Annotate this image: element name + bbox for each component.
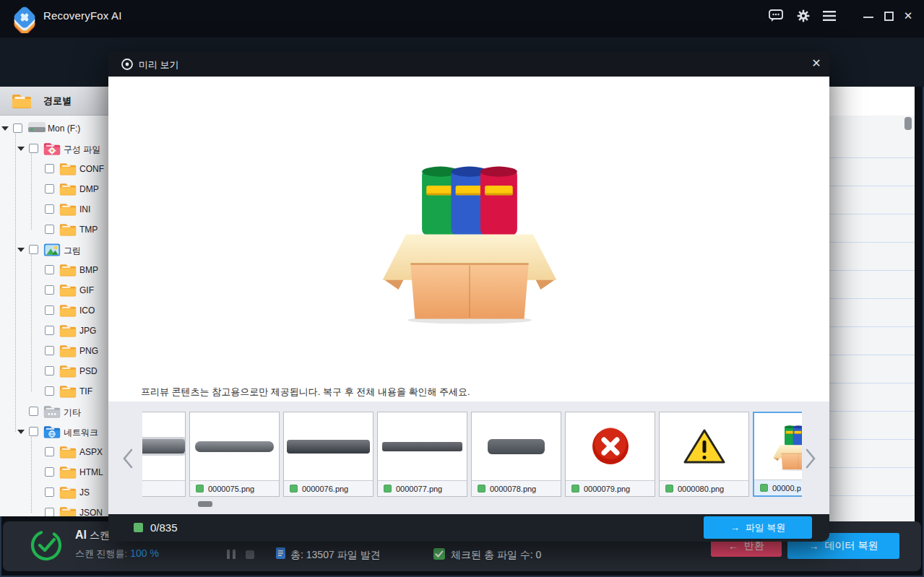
tree-checkbox[interactable]	[45, 487, 54, 497]
right-arrow-icon: →	[730, 522, 740, 533]
app-window: RecoveryFox AI	[0, 0, 924, 577]
close-icon[interactable]: ✕	[899, 7, 917, 25]
tree-checkbox[interactable]	[45, 447, 54, 456]
tree-item-label: JPG	[79, 326, 96, 336]
tree-checkbox[interactable]	[45, 164, 54, 173]
tree-item-구성-파일[interactable]: 구성 파일	[0, 139, 108, 159]
pause-icon[interactable]	[227, 550, 230, 559]
tree-checkbox[interactable]	[45, 326, 54, 335]
tree-item-label: 그림	[64, 245, 81, 257]
tree-item-label: Mon (F:)	[48, 123, 80, 134]
tree-item-Mon-F-[interactable]: Mon (F:)	[0, 118, 108, 139]
tree-item-그림[interactable]: 그림	[0, 240, 108, 260]
tree-checkbox[interactable]	[45, 386, 54, 396]
strip-next-icon[interactable]	[804, 448, 817, 469]
folder-icon	[59, 303, 77, 318]
stop-icon[interactable]	[246, 550, 254, 559]
file-type-square-icon	[384, 485, 392, 493]
gray-bar-preview	[382, 442, 462, 451]
tree-item-label: BMP	[79, 265, 98, 275]
tree-checkbox[interactable]	[29, 245, 38, 254]
folder-icon	[59, 384, 77, 399]
tree-item-label: PNG	[79, 346, 98, 356]
sidebar-tab-label: 경로별	[43, 95, 72, 108]
thumbnail-0000075.png[interactable]: 0000075.png	[189, 412, 280, 497]
thumbnail-0000078.png[interactable]: 0000078.png	[471, 412, 561, 497]
tree-item-label: ICO	[79, 305, 95, 316]
checked-checkbox-icon[interactable]	[433, 548, 445, 560]
folder-icon	[59, 344, 77, 358]
thumbnail-0000077.png[interactable]: 0000077.png	[377, 412, 467, 497]
tree-checkbox[interactable]	[45, 225, 54, 234]
tree-checkbox[interactable]	[45, 305, 54, 315]
tree-item-PNG[interactable]: PNG	[0, 341, 108, 361]
tree-item-기타[interactable]: 기타	[0, 402, 108, 422]
tree-checkbox[interactable]	[45, 184, 54, 194]
thumbnail-0000079.png[interactable]: 0000079.png	[565, 412, 655, 497]
tree-item-TMP[interactable]: TMP	[0, 220, 108, 240]
tree-item-ASPX[interactable]: ASPX	[0, 442, 108, 462]
pause-icon[interactable]	[233, 550, 236, 559]
tree-item-PSD[interactable]: PSD	[0, 361, 108, 381]
tree-checkbox[interactable]	[45, 467, 54, 477]
tree-item-네트워크[interactable]: 네트워크	[0, 422, 108, 442]
expander-icon[interactable]	[17, 147, 25, 151]
tree-item-JPG[interactable]: JPG	[0, 321, 108, 341]
file-type-square-icon	[571, 485, 579, 493]
thumbnail-4.png[interactable]: 4.png	[142, 412, 186, 497]
tree-checkbox[interactable]	[45, 508, 54, 516]
settings-icon[interactable]	[795, 7, 812, 25]
tree-item-HTML[interactable]: HTML	[0, 462, 108, 482]
sidebar-tab-by-path[interactable]: 경로별	[0, 87, 108, 116]
message-icon[interactable]	[767, 7, 785, 25]
tree-checkbox[interactable]	[45, 265, 54, 274]
maximize-icon[interactable]	[880, 7, 897, 25]
gray-bar-preview	[488, 439, 545, 454]
file-type-square-icon	[760, 484, 768, 492]
thumbnail-0000076.png[interactable]: 0000076.png	[283, 412, 374, 497]
thumbnail-strip: 4.png 0000075.png 0000076.png 0000077.pn…	[108, 402, 829, 514]
tree-checkbox[interactable]	[45, 285, 54, 295]
tree-item-BMP[interactable]: BMP	[0, 260, 108, 280]
expander-icon[interactable]	[1, 126, 9, 131]
total-files-found: 총: 13507 파일 발견	[290, 549, 381, 562]
tree-item-DMP[interactable]: DMP	[0, 179, 108, 199]
tree-item-GIF[interactable]: GIF	[0, 280, 108, 300]
thumbnail-label: 0000077.png	[378, 480, 467, 496]
tree-item-INI[interactable]: INI	[0, 199, 108, 220]
tree-item-label: 네트워크	[64, 427, 98, 439]
file-list-scrollbar[interactable]	[904, 117, 912, 130]
tree-checkbox[interactable]	[29, 144, 38, 153]
file-recover-button[interactable]: → 파일 복원	[704, 516, 812, 539]
menu-icon[interactable]	[821, 7, 838, 25]
tree-checkbox[interactable]	[29, 427, 38, 436]
strip-scrollbar[interactable]	[198, 501, 212, 507]
tree-checkbox[interactable]	[45, 366, 54, 376]
tree-checkbox[interactable]	[45, 346, 54, 355]
strip-prev-icon[interactable]	[121, 448, 134, 469]
tree-item-JS[interactable]: JS	[0, 482, 108, 503]
folder-icon	[59, 202, 77, 217]
thumbnail-00000.p[interactable]: 00000.p	[753, 412, 802, 497]
minimize-icon[interactable]	[860, 7, 877, 25]
thumbnail-label: 0000075.png	[190, 480, 279, 496]
folder-icon	[59, 445, 77, 459]
expander-icon[interactable]	[17, 430, 25, 434]
tree-item-JSON[interactable]: JSON	[0, 503, 108, 516]
titlebar: RecoveryFox AI	[0, 0, 924, 38]
scan-title-rest: 스캔	[87, 529, 110, 541]
expander-icon[interactable]	[17, 248, 25, 252]
tree-checkbox[interactable]	[13, 123, 22, 133]
tree-item-TIF[interactable]: TIF	[0, 381, 108, 402]
thumbnail-0000080.png[interactable]: 0000080.png	[659, 412, 749, 497]
tree-item-ICO[interactable]: ICO	[0, 300, 108, 321]
modal-close-icon[interactable]: ✕	[808, 56, 825, 72]
thumbnail-label: 0000076.png	[284, 480, 373, 496]
tree-checkbox[interactable]	[45, 204, 54, 214]
tree-item-label: DMP	[79, 184, 99, 194]
tree-item-CONF[interactable]: CONF	[0, 159, 108, 179]
tree-checkbox[interactable]	[29, 407, 38, 416]
scan-progress: 스캔 진행률:100 %	[75, 547, 159, 560]
scan-progress-value: 100 %	[130, 547, 159, 559]
app-title: RecoveryFox AI	[43, 0, 122, 32]
